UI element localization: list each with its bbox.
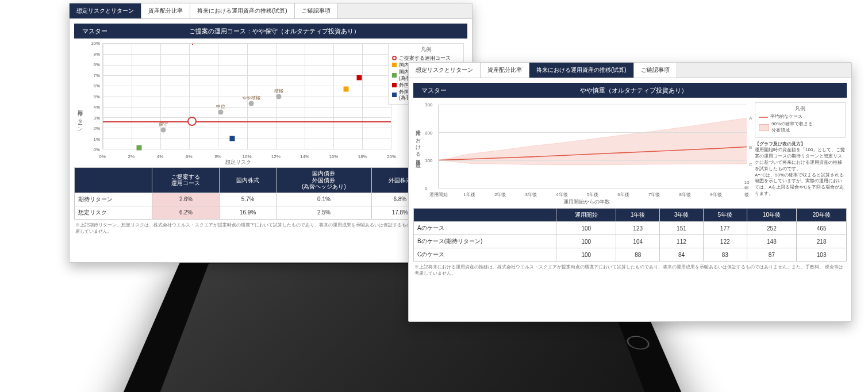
tab-0[interactable]: 想定リスクとリターン [409, 63, 481, 78]
legend-title: 凡例 [392, 46, 460, 53]
titlebar-right: マスター やや慎重（オルタナティブ投資あり） [413, 83, 847, 98]
tablet-home-button [625, 336, 652, 349]
tab-1[interactable]: 資産配分比率 [481, 63, 529, 78]
titlebar-right-value: やや慎重（オルタナティブ投資あり） [455, 86, 847, 95]
series-end-label: B [749, 144, 752, 149]
series-end-label: A [749, 116, 752, 121]
range-area-swatch [759, 124, 769, 131]
legend-line-label: 平均的なケース [770, 114, 802, 120]
titlebar-left: マスター ご提案の運用コース：やや保守（オルタナティブ投資あり） [74, 24, 467, 39]
scatter-point [276, 94, 281, 99]
legend-row: ご提案する運用コース [392, 55, 460, 61]
scatter-point [187, 117, 197, 126]
tabs-right: 想定リスクとリターン資産配分比率将来における運用資産の推移(試算)ご確認事項 [409, 63, 851, 78]
scatter-plot-area: 保守中位やや積極積極 [102, 43, 391, 149]
forecast-svg [439, 105, 747, 188]
side-help-body: 運用開始時の資産額を「100」として、ご提案の運用コースの期待リターンと想定リス… [755, 147, 846, 197]
footnote-left: ※上記期待リターン、想定リスクは、株式会社ウエルス・スクエアが提案時点の環境下に… [75, 222, 466, 235]
scatter-y-axis-label: 期待リターン [75, 43, 85, 164]
series-end-label: C [749, 162, 752, 167]
scatter-point [218, 109, 224, 114]
forecast-chart-row: 将来における運用資産 運用開始からの年数 0100200300運用開始1年後2年… [414, 102, 846, 206]
panel-forecast: 想定リスクとリターン資産配分比率将来における運用資産の推移(試算)ご確認事項 マ… [408, 62, 852, 322]
titlebar-left-value: ご提案の運用コース：やや保守（オルタナティブ投資あり） [116, 27, 467, 36]
scatter-point [161, 128, 166, 133]
footnote-right: ※上記将来における運用資産の推移は、株式会社ウエルス・スクエアが提案時点の環境下… [414, 264, 846, 276]
forecast-plot-area [439, 105, 747, 189]
tab-3[interactable]: ご確認事項 [295, 3, 338, 18]
scatter-point [356, 75, 362, 80]
side-help-title: 【グラフ及び表の見方】 [755, 141, 846, 148]
forecast-x-axis-label: 運用開始からの年数 [423, 199, 750, 206]
mean-line-swatch [759, 117, 768, 118]
tab-1[interactable]: 資産配分比率 [141, 3, 190, 18]
legend-area-label: 90%の確率で収まる 分布領域 [771, 121, 813, 134]
tabs-left: 想定リスクとリターン資産配分比率将来における運用資産の推移(試算)ご確認事項 [70, 3, 472, 19]
scatter-point [136, 145, 141, 151]
forecast-table: 運用開始1年後3年後5年後10年後20年後Aのケース10012315117725… [413, 208, 847, 262]
scatter-point [249, 101, 254, 106]
scatter-point [344, 86, 349, 91]
scatter-point [230, 136, 235, 141]
tab-3[interactable]: ご確認事項 [634, 63, 677, 78]
titlebar-right-label: マスター [413, 86, 455, 95]
scatter-chart: 期待リターン 保守中位やや積極積極 凡例 ご提案する運用コース国内株式国内債券・… [75, 43, 466, 164]
forecast-legend: 凡例 平均的なケース 90%の確率で収まる 分布領域 [755, 102, 846, 138]
tab-2[interactable]: 将来における運用資産の推移(試算) [190, 3, 295, 18]
titlebar-left-label: マスター [74, 27, 116, 36]
forecast-side: 凡例 平均的なケース 90%の確率で収まる 分布領域 【グラフ及び表の見方】 運… [755, 102, 846, 206]
tab-2[interactable]: 将来における運用資産の推移(試算) [529, 63, 634, 78]
forecast-chart: 運用開始からの年数 0100200300運用開始1年後2年後3年後4年後5年後6… [423, 102, 750, 206]
tab-0[interactable]: 想定リスクとリターン [70, 3, 141, 18]
forecast-y-axis-label: 将来における運用資産 [414, 102, 423, 206]
scatter-x-axis-label: 想定リスク [85, 159, 391, 166]
forecast-legend-title: 凡例 [759, 105, 842, 112]
